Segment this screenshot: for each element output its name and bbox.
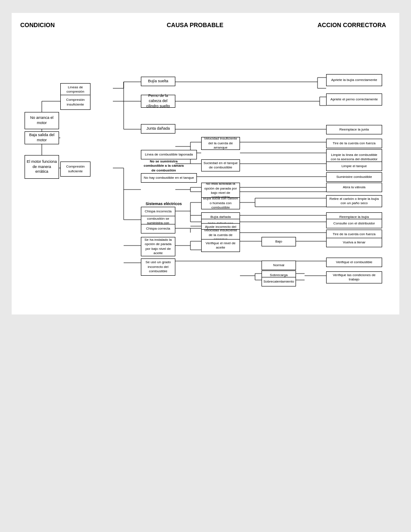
suministre-combustible-box: Suministre combustible <box>326 172 382 182</box>
lineas-compresion-box: Líneas de compresión <box>60 83 90 96</box>
vuelva-llenar-box: Vuelva a llenar <box>326 238 382 247</box>
header-accion: ACCION CORRECTORA <box>318 22 386 28</box>
sobrecalentamiento-box: Sobrecalentamiento <box>262 277 296 286</box>
bajo-box: Bajo <box>262 237 296 246</box>
suciedad-tanque-box: Suciedad en el tanque de combustible <box>201 159 240 171</box>
apriete-bujia-box: Apriete la bujía correctamente <box>326 74 382 86</box>
limpie-tanque-box: Limpie el tanque <box>326 162 382 171</box>
chispa-incorrecta-box: Chispa incorrecta <box>141 207 175 216</box>
abra-valvula-box: Abra la válvula <box>326 183 382 192</box>
funciona-erratica-box: El motor funciona de manera errática <box>25 155 59 179</box>
baja-salida-box: Baja salida del motor <box>25 131 59 144</box>
opcion-parada-box: Se ha instalado la opción de parada por … <box>141 237 175 256</box>
verifique-condiciones-box: Verifique las condiciones de trabajo <box>326 271 382 283</box>
compresion-suficiente-box: Compresión suficiente <box>60 162 90 177</box>
reemplace-junta-box: Reemplace la junta <box>326 125 382 134</box>
no-arranca-box: No arranca el motor <box>25 112 59 129</box>
bujia-suelta-box: Bujía suelta <box>141 77 175 86</box>
consulte-distribuidor-box: Consulte con el distribuidor <box>326 219 382 228</box>
no-hay-combustible-box: No hay combustible en el tanque <box>141 173 197 183</box>
nivel-aceite-box: Verifique el nivel de aceite <box>201 239 240 252</box>
tire-cuerda-fuerza-box: Tire de la cuerda con fuerza <box>326 139 382 148</box>
apriete-perno-box: Apriete el perno correctamente <box>326 93 382 106</box>
header-causa: CAUSA PROBABLE <box>167 22 224 28</box>
verifique-combustible-box: Verifique el combustible <box>326 258 382 267</box>
page: CONDICION CAUSA PROBABLE ACCION CORRECTO… <box>12 13 399 314</box>
sistemas-electricos-label: Sistemas eléctricos <box>142 202 185 206</box>
diagram: CONDICION CAUSA PROBABLE ACCION CORRECTO… <box>20 22 391 306</box>
chispa-correcta-box: Chispa correcta <box>141 224 175 233</box>
no-suministra-label: No se suministra combustible a la cámara… <box>142 159 185 173</box>
junta-danada-box: Junta dañada <box>141 124 175 134</box>
grado-incorrecto-box: Se usó un grado incorrecto del combustib… <box>141 258 175 276</box>
compresion-insuficiente-box: Compresión insuficiente <box>60 95 90 110</box>
bujia-sucia-box: Bujía sucia con carbón o húmeda con comb… <box>201 197 240 209</box>
linea-taponada-box: Línea de combustible taponada <box>141 150 197 159</box>
perno-cabeza-box: Perno de la cabeza del cilindro suelto <box>141 95 175 108</box>
normal-box: Normal <box>262 261 296 270</box>
retire-carbon-box: Retire el carbón o limpie la bujía con u… <box>326 195 382 207</box>
velocidad-insuficiente-box: Velocidad insuficiente del la cuerda de … <box>201 137 240 150</box>
header-condicion: CONDICION <box>20 22 55 28</box>
